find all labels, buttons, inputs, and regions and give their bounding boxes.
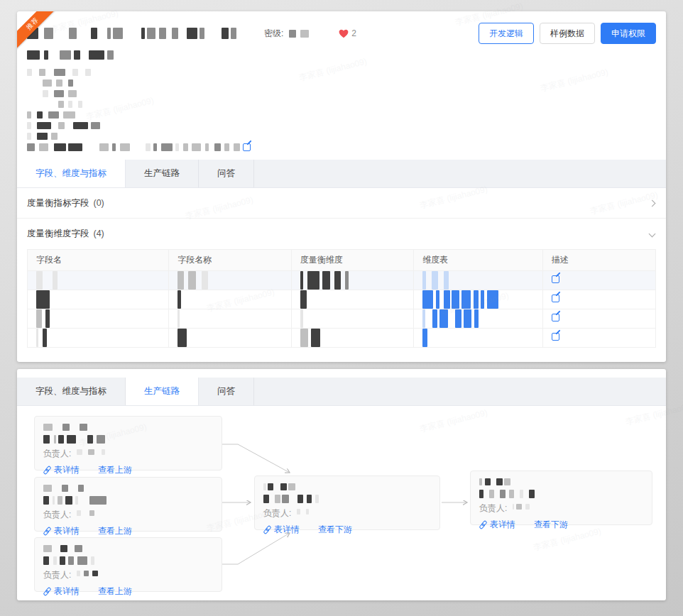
meta-row-redacted bbox=[43, 79, 656, 87]
section-count: (0) bbox=[94, 198, 104, 208]
cell-redacted bbox=[177, 290, 283, 309]
edit-icon[interactable] bbox=[552, 333, 559, 341]
header-buttons: 开发逻辑 样例数据 申请权限 bbox=[479, 23, 656, 44]
tab-fields-dimensions[interactable]: 字段、维度与指标 bbox=[17, 160, 126, 187]
card-title-redacted bbox=[479, 478, 643, 485]
col-measure-dimension: 度量衡维度 bbox=[291, 250, 414, 271]
view-upstream-link[interactable]: 查看上游 bbox=[98, 525, 132, 537]
dimension-fields-table-wrap: 字段名 字段名称 度量衡维度 维度表 描述 bbox=[27, 249, 656, 348]
favorite-counter[interactable]: 2 bbox=[339, 28, 356, 38]
view-downstream-link[interactable]: 查看下游 bbox=[534, 519, 568, 531]
cell-redacted bbox=[177, 329, 283, 347]
security-level-value-redacted bbox=[289, 30, 309, 38]
link-icon bbox=[479, 521, 487, 529]
col-description: 描述 bbox=[542, 250, 655, 271]
link-icon bbox=[43, 466, 51, 474]
cell-redacted bbox=[36, 329, 160, 347]
cell-link-redacted[interactable] bbox=[422, 329, 533, 347]
col-field-name: 字段名 bbox=[28, 250, 169, 271]
cell-redacted bbox=[300, 290, 405, 309]
cell-redacted bbox=[177, 309, 283, 328]
corner-ribbon: 推荐 bbox=[17, 11, 61, 52]
link-icon bbox=[263, 526, 271, 534]
view-downstream-link[interactable]: 查看下游 bbox=[318, 524, 352, 536]
lineage-panel: 字段、维度与指标 生产链路 问答 负责人: bbox=[17, 369, 666, 600]
security-level-label: 密级: bbox=[264, 28, 283, 40]
lineage-card-current[interactable]: 负责人: 表详情 查看下游 bbox=[254, 475, 440, 530]
apply-permission-button[interactable]: 申请权限 bbox=[601, 23, 656, 44]
owner-value-redacted bbox=[297, 509, 309, 515]
cell-link-redacted[interactable] bbox=[422, 309, 533, 328]
owner-label: 负责人: bbox=[43, 569, 71, 581]
card-subtitle-redacted bbox=[43, 556, 213, 565]
col-dimension-table: 维度表 bbox=[414, 250, 542, 271]
lineage-graph: 负责人: 表详情 查看上游 负责人: 表详情 查看上游 bbox=[17, 406, 666, 599]
card-subtitle-redacted bbox=[479, 490, 643, 498]
section-metric-fields[interactable]: 度量衡指标字段(0) bbox=[17, 188, 666, 219]
card-subtitle-redacted bbox=[263, 495, 431, 503]
card-subtitle-redacted bbox=[43, 496, 213, 505]
sample-data-button[interactable]: 样例数据 bbox=[540, 23, 595, 44]
cell-redacted bbox=[300, 271, 405, 290]
edit-icon[interactable] bbox=[552, 295, 559, 302]
edit-icon[interactable] bbox=[552, 314, 559, 321]
lineage-card-downstream[interactable]: 负责人: 表详情 查看下游 bbox=[470, 471, 652, 525]
meta-row-redacted bbox=[43, 90, 656, 97]
cell-redacted bbox=[177, 271, 283, 290]
owner-value-redacted bbox=[77, 571, 98, 576]
owner-label: 负责人: bbox=[479, 502, 507, 515]
meta-row-redacted bbox=[27, 143, 243, 151]
section-count: (4) bbox=[94, 229, 104, 238]
table-detail-link[interactable]: 表详情 bbox=[479, 519, 515, 531]
meta-row-redacted bbox=[27, 69, 656, 76]
tab-qa[interactable]: 问答 bbox=[199, 160, 254, 187]
card-title-redacted bbox=[43, 545, 213, 552]
tab-fields-dimensions[interactable]: 字段、维度与指标 bbox=[17, 378, 126, 405]
table-header-row: 字段名 字段名称 度量衡维度 维度表 描述 bbox=[28, 250, 656, 271]
section-unbound-fields[interactable]: 未绑定度量衡字段(23) bbox=[17, 352, 666, 362]
table-row[interactable] bbox=[28, 290, 656, 309]
tab-lineage[interactable]: 生产链路 bbox=[126, 160, 199, 187]
cell-redacted bbox=[300, 309, 405, 328]
card-title-redacted bbox=[43, 485, 213, 492]
cell-redacted bbox=[300, 329, 405, 347]
cell-link-redacted[interactable] bbox=[422, 271, 533, 290]
view-upstream-link[interactable]: 查看上游 bbox=[98, 585, 132, 598]
page: 李家喜 (lijiahao09) 李家喜 (lijiahao09) 李家喜 (l… bbox=[0, 0, 683, 616]
lineage-card-upstream-3[interactable]: 负责人: 表详情 查看上游 bbox=[34, 537, 222, 592]
owner-label: 负责人: bbox=[263, 507, 291, 519]
tab-lineage[interactable]: 生产链路 bbox=[126, 378, 199, 405]
chevron-down-icon[interactable] bbox=[649, 231, 656, 238]
card-subtitle-redacted bbox=[43, 435, 213, 444]
section-dimension-fields[interactable]: 度量衡维度字段(4) bbox=[17, 219, 666, 249]
owner-value-redacted bbox=[513, 504, 530, 510]
security-level: 密级: bbox=[264, 28, 309, 40]
corner-ribbon-wrap: 推荐 bbox=[17, 11, 62, 57]
meta-row-redacted bbox=[27, 122, 656, 129]
lineage-card-upstream-1[interactable]: 负责人: 表详情 查看上游 bbox=[34, 416, 222, 471]
chevron-right-icon[interactable] bbox=[649, 199, 656, 207]
view-upstream-link[interactable]: 查看上游 bbox=[98, 464, 132, 476]
edit-icon[interactable] bbox=[243, 143, 251, 151]
cell-link-redacted[interactable] bbox=[422, 290, 533, 309]
dev-logic-button[interactable]: 开发逻辑 bbox=[479, 23, 534, 44]
owner-label: 负责人: bbox=[43, 509, 71, 521]
owner-label: 负责人: bbox=[43, 448, 71, 460]
table-detail-link[interactable]: 表详情 bbox=[263, 524, 300, 536]
table-detail-link[interactable]: 表详情 bbox=[43, 525, 80, 537]
lineage-card-upstream-2[interactable]: 负责人: 表详情 查看上游 bbox=[34, 477, 222, 532]
table-detail-link[interactable]: 表详情 bbox=[43, 464, 80, 476]
table-row[interactable] bbox=[28, 271, 656, 290]
dimension-fields-table: 字段名 字段名称 度量衡维度 维度表 描述 bbox=[27, 249, 656, 348]
section-label: 度量衡指标字段 bbox=[27, 198, 89, 208]
meta-row-redacted bbox=[27, 111, 656, 119]
heart-icon[interactable] bbox=[339, 29, 349, 38]
header: 密级: 2 开发逻辑 样例数据 申请权限 bbox=[17, 11, 666, 151]
edit-icon[interactable] bbox=[552, 275, 559, 283]
table-row[interactable] bbox=[28, 309, 656, 329]
table-row[interactable] bbox=[28, 329, 656, 348]
cell-redacted bbox=[36, 271, 160, 290]
table-detail-link[interactable]: 表详情 bbox=[43, 585, 80, 598]
tab-qa[interactable]: 问答 bbox=[199, 378, 254, 405]
lineage-tab-bar: 字段、维度与指标 生产链路 问答 bbox=[17, 378, 666, 406]
